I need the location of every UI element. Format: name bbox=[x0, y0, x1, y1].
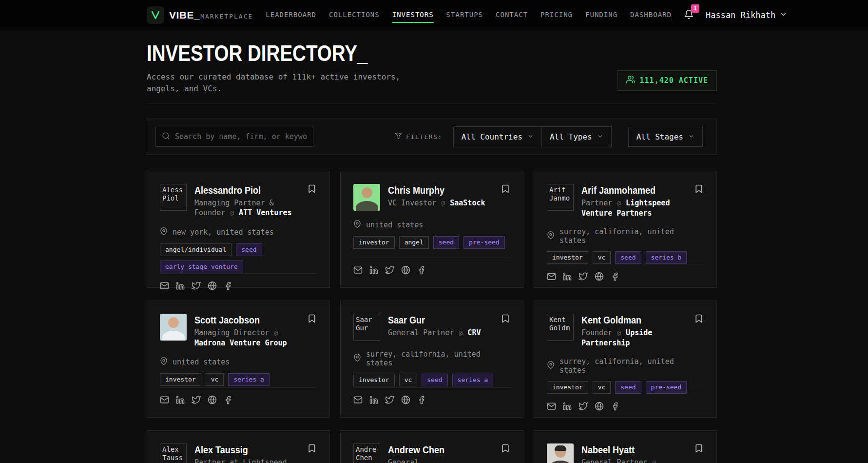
location-row: surrey, california, united states bbox=[547, 227, 704, 245]
tag-seed: seed bbox=[433, 236, 459, 249]
investor-role: Partner bbox=[581, 199, 612, 207]
twitter-icon[interactable] bbox=[579, 272, 588, 281]
mail-icon[interactable] bbox=[353, 395, 363, 404]
nav-item-funding[interactable]: FUNDING bbox=[585, 7, 617, 23]
investor-card: Chris Murphy VC Investor @ SaaStock unit… bbox=[340, 171, 523, 288]
facebook-icon[interactable] bbox=[611, 272, 619, 281]
twitter-icon[interactable] bbox=[579, 402, 588, 411]
facebook-icon[interactable] bbox=[224, 282, 232, 290]
nav-item-investors[interactable]: INVESTORS bbox=[392, 7, 434, 23]
tag-series-a: series a bbox=[452, 374, 494, 386]
globe-icon[interactable] bbox=[401, 265, 410, 275]
nav-item-collections[interactable]: COLLECTIONS bbox=[329, 7, 380, 23]
search-box bbox=[155, 127, 313, 147]
bookmark-button[interactable] bbox=[693, 443, 705, 456]
twitter-icon[interactable] bbox=[385, 395, 394, 404]
globe-icon[interactable] bbox=[595, 272, 604, 281]
facebook-icon[interactable] bbox=[224, 396, 232, 404]
bookmark-button[interactable] bbox=[500, 313, 511, 326]
mail-icon[interactable] bbox=[547, 402, 556, 411]
avatar: Andre Chen bbox=[353, 443, 380, 463]
investor-role-line: Founder @ Upside Partnership bbox=[581, 328, 689, 348]
map-pin-icon bbox=[160, 357, 168, 367]
linkedin-icon[interactable] bbox=[369, 266, 378, 275]
filter-bar: FILTERS: All Countries All Types All Sta… bbox=[147, 119, 717, 155]
funnel-icon bbox=[395, 132, 402, 141]
twitter-icon[interactable] bbox=[192, 281, 201, 290]
linkedin-icon[interactable] bbox=[176, 396, 185, 404]
investor-name: Nabeel Hyatt bbox=[581, 444, 678, 456]
brand-suffix: MARKETPLACE bbox=[200, 13, 253, 20]
search-input[interactable] bbox=[175, 132, 307, 141]
investor-company: ATT Ventures bbox=[239, 208, 291, 217]
avatar: Saar Gur bbox=[353, 314, 380, 341]
map-pin-icon bbox=[353, 354, 361, 363]
investor-grid: Aless Piol Alessandro Piol Managing Part… bbox=[147, 171, 717, 463]
investor-role: Partner at Lightspeed bbox=[194, 458, 287, 463]
investor-name: Alex Taussig bbox=[194, 444, 278, 456]
map-pin-icon bbox=[547, 231, 555, 241]
facebook-icon[interactable] bbox=[611, 402, 619, 411]
bookmark-button[interactable] bbox=[693, 313, 705, 326]
nav-item-dashboard[interactable]: DASHBOARD bbox=[630, 7, 672, 23]
bookmark-button[interactable] bbox=[500, 183, 511, 196]
investor-name: Chris Murphy bbox=[388, 184, 476, 196]
investor-role: Founder bbox=[581, 328, 612, 337]
mail-icon[interactable] bbox=[160, 395, 169, 404]
countries-dropdown[interactable]: All Countries bbox=[454, 127, 541, 147]
types-dropdown[interactable]: All Types bbox=[541, 127, 611, 147]
investor-name: Saar Gur bbox=[388, 314, 471, 326]
globe-icon[interactable] bbox=[208, 281, 217, 290]
avatar: Arif Janmo bbox=[547, 184, 574, 211]
investor-location: united states bbox=[173, 358, 230, 366]
linkedin-icon[interactable] bbox=[176, 282, 185, 290]
tag-investor: investor bbox=[547, 251, 588, 264]
linkedin-icon[interactable] bbox=[563, 272, 572, 281]
nav-item-pricing[interactable]: PRICING bbox=[540, 7, 573, 23]
linkedin-icon[interactable] bbox=[563, 402, 572, 411]
tag-list: investorangelseedpre-seed bbox=[353, 236, 510, 249]
bookmark-button[interactable] bbox=[306, 313, 318, 326]
globe-icon[interactable] bbox=[208, 395, 217, 404]
top-nav: VIBE_MARKETPLACE LEADERBOARD COLLECTIONS… bbox=[0, 0, 868, 30]
twitter-icon[interactable] bbox=[192, 395, 201, 404]
mail-icon[interactable] bbox=[160, 281, 169, 290]
mail-icon[interactable] bbox=[547, 272, 556, 281]
brand-logo[interactable]: VIBE_MARKETPLACE bbox=[147, 6, 253, 24]
avatar: Aless Piol bbox=[160, 184, 187, 211]
avatar bbox=[353, 184, 380, 211]
nav-item-leaderboard[interactable]: LEADERBOARD bbox=[266, 7, 316, 23]
bookmark-button[interactable] bbox=[500, 443, 511, 456]
nav-item-contact[interactable]: CONTACT bbox=[496, 7, 528, 23]
users-icon bbox=[626, 75, 635, 86]
stages-dropdown[interactable]: All Stages bbox=[628, 127, 703, 147]
investor-role: General bbox=[388, 458, 419, 463]
tag-investor: investor bbox=[353, 236, 395, 249]
map-pin-icon bbox=[547, 361, 555, 371]
location-row: surrey, california, united states bbox=[547, 357, 704, 375]
facebook-icon[interactable] bbox=[417, 266, 426, 275]
tag-pre-seed: pre-seed bbox=[463, 236, 505, 249]
twitter-icon[interactable] bbox=[385, 265, 394, 275]
bookmark-button[interactable] bbox=[306, 183, 318, 196]
avatar: Kent Goldm bbox=[547, 314, 574, 341]
avatar bbox=[160, 314, 187, 341]
facebook-icon[interactable] bbox=[417, 396, 426, 404]
notifications-button[interactable]: 1 bbox=[682, 7, 696, 23]
bookmark-button[interactable] bbox=[306, 443, 318, 456]
location-row: surrey, california, united states bbox=[353, 350, 510, 367]
tag-series-a: series a bbox=[228, 373, 270, 386]
mail-icon[interactable] bbox=[353, 265, 363, 275]
at-symbol: @ bbox=[441, 200, 445, 207]
at-symbol: @ bbox=[274, 329, 279, 337]
linkedin-icon[interactable] bbox=[369, 396, 378, 404]
globe-icon[interactable] bbox=[595, 402, 604, 411]
tag-seed: seed bbox=[615, 381, 641, 394]
investor-name: Arif Janmohamed bbox=[581, 184, 678, 196]
globe-icon[interactable] bbox=[401, 395, 410, 404]
investor-card: Aless Piol Alessandro Piol Managing Part… bbox=[147, 171, 330, 288]
bookmark-button[interactable] bbox=[693, 183, 705, 196]
nav-item-startups[interactable]: STARTUPS bbox=[446, 7, 483, 23]
user-menu[interactable]: Hassan Rikhath bbox=[706, 10, 787, 20]
card-footer bbox=[547, 264, 704, 281]
